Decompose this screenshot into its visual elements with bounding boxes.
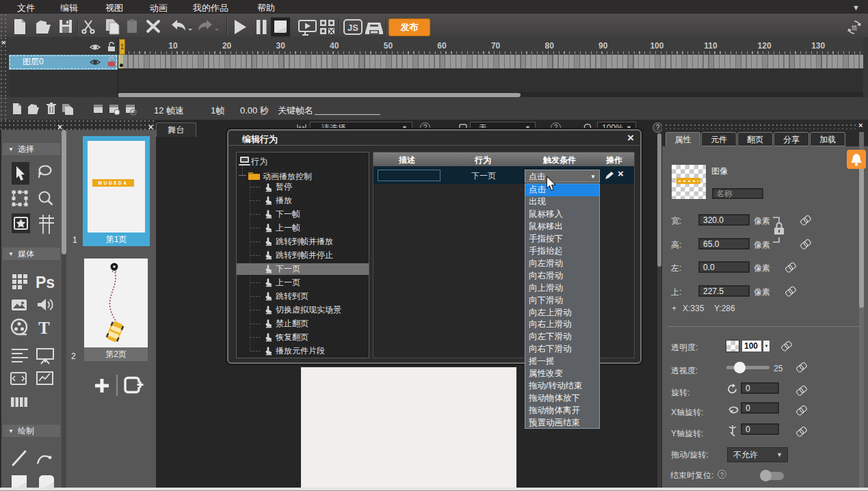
svg-text:Ps: Ps <box>36 274 55 291</box>
svg-text:JS: JS <box>347 23 358 33</box>
svg-text:T: T <box>38 319 50 337</box>
svg-text:简: 简 <box>852 25 858 31</box>
